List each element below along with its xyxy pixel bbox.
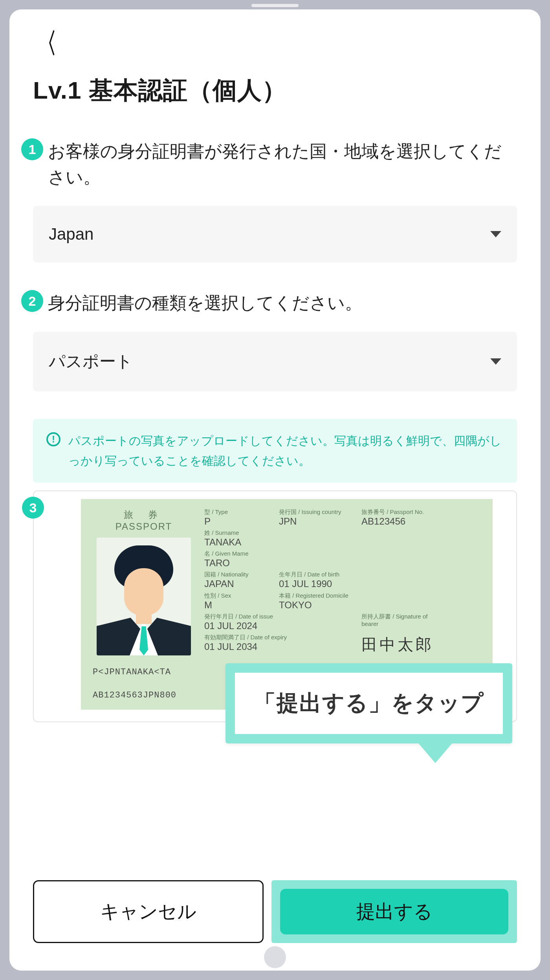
country-select-value: Japan <box>49 225 94 244</box>
passport-signature: 田中太郎 <box>361 634 440 655</box>
country-select[interactable]: Japan <box>33 206 517 262</box>
action-bar: キャンセル 提出する <box>33 880 517 943</box>
step-2-text: 身分証明書の種類を選択してください。 <box>48 290 362 316</box>
device-notch <box>251 4 299 7</box>
step-1-text: お客様の身分証明書が発行された国・地域を選択してください。 <box>48 138 517 190</box>
step-2: 2 身分証明書の種類を選択してください。 <box>33 290 517 316</box>
passport-header-jp: 旅 券 <box>93 508 195 521</box>
passport-photo <box>97 538 191 655</box>
step-badge-3: 3 <box>22 497 44 519</box>
info-banner: ! パスポートの写真をアップロードしてください。写真は明るく鮮明で、四隅がしっか… <box>33 419 517 483</box>
info-text: パスポートの写真をアップロードしてください。写真は明るく鮮明で、四隅がしっかり写… <box>68 431 504 471</box>
doc-type-select-value: パスポート <box>49 351 133 373</box>
info-icon: ! <box>46 432 60 446</box>
submit-highlight: 提出する <box>271 880 517 943</box>
submit-button[interactable]: 提出する <box>280 889 508 934</box>
chevron-down-icon <box>490 231 501 237</box>
back-button[interactable]: 〈 <box>37 25 57 62</box>
cancel-button[interactable]: キャンセル <box>33 880 264 943</box>
device-frame: 〈 Lv.1 基本認証（個人） 1 お客様の身分証明書が発行された国・地域を選択… <box>0 0 550 980</box>
upload-area[interactable]: 3 旅 券 PASSPORT 型 / TypeP 発行国 / Issuing c… <box>33 490 517 722</box>
step-1: 1 お客様の身分証明書が発行された国・地域を選択してください。 <box>33 138 517 190</box>
passport-header-en: PASSPORT <box>93 521 195 532</box>
step-badge-1: 1 <box>21 138 43 160</box>
page-title: Lv.1 基本認証（個人） <box>33 74 517 107</box>
step-badge-2: 2 <box>21 290 43 312</box>
callout-arrow-icon <box>417 742 453 763</box>
chevron-down-icon <box>490 358 501 365</box>
callout-text: 「提出する」をタップ <box>254 688 484 718</box>
instruction-callout: 「提出する」をタップ <box>226 663 512 743</box>
app-screen: 〈 Lv.1 基本認証（個人） 1 お客様の身分証明書が発行された国・地域を選択… <box>9 9 541 971</box>
home-button[interactable] <box>264 946 286 968</box>
doc-type-select[interactable]: パスポート <box>33 332 517 391</box>
